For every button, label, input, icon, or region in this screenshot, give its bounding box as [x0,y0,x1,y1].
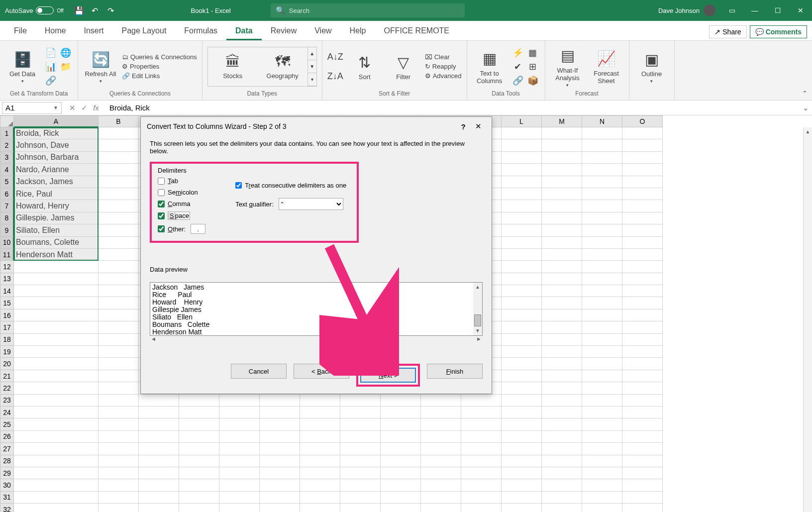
cell[interactable] [622,431,663,443]
cell[interactable] [340,443,381,455]
cell[interactable] [582,334,622,346]
cell[interactable] [179,431,219,443]
cell[interactable]: Rice, Paul [14,188,99,200]
cancel-button[interactable]: Cancel [231,364,287,379]
row-header[interactable]: 31 [0,492,14,504]
cell[interactable] [502,418,542,430]
cell[interactable] [582,309,622,321]
from-web-icon[interactable]: 🌐 [59,46,73,59]
cell[interactable] [582,188,622,200]
cell[interactable] [502,224,542,236]
cell[interactable] [14,261,99,273]
cell[interactable] [542,200,582,212]
cell[interactable] [99,164,139,176]
cell[interactable] [582,273,622,285]
tab-insert[interactable]: Insert [75,22,112,40]
row-header[interactable]: 2 [0,139,14,151]
row-header[interactable]: 15 [0,297,14,309]
cell[interactable] [542,492,582,504]
cell[interactable] [502,273,542,285]
fx-icon[interactable]: fx [91,103,102,112]
row-header[interactable]: 3 [0,152,14,164]
cell[interactable] [502,212,542,224]
cell[interactable] [139,431,179,443]
cell[interactable] [14,479,99,491]
cell[interactable] [542,297,582,309]
row-header[interactable]: 6 [0,188,14,200]
cell[interactable] [14,321,99,333]
cell[interactable] [99,407,139,418]
cell[interactable] [421,443,461,455]
row-header[interactable]: 10 [0,237,14,249]
cell[interactable] [542,358,582,370]
what-if-button[interactable]: ▤ What-If Analysis ▾ [550,46,585,88]
cell[interactable] [622,395,663,407]
cell[interactable] [582,407,622,418]
cell[interactable] [542,237,582,249]
cell[interactable] [502,358,542,370]
cell[interactable] [381,418,421,430]
column-header[interactable]: M [542,115,582,127]
cell[interactable]: Nardo, Arianne [14,164,99,176]
cell[interactable] [381,492,421,504]
clear-filter-button[interactable]: ⌧ Clear [425,53,462,61]
row-header[interactable]: 29 [0,467,14,479]
cell[interactable] [622,249,663,261]
cell[interactable] [622,504,663,512]
cell[interactable] [542,334,582,346]
existing-connections-icon[interactable]: 🔗 [44,74,58,87]
name-box[interactable]: A1 ▼ [2,102,62,114]
cell[interactable] [622,467,663,479]
cell[interactable] [14,395,99,407]
cell[interactable] [99,309,139,321]
dialog-titlebar[interactable]: Convert Text to Columns Wizard - Step 2 … [141,117,492,136]
cell[interactable] [300,492,340,504]
cell[interactable] [582,261,622,273]
sort-za-icon[interactable]: Z↓A [327,71,343,82]
properties-button[interactable]: ⚙ Properties [122,63,197,70]
cell[interactable] [99,382,139,394]
row-header[interactable]: 18 [0,334,14,346]
cell[interactable] [340,407,381,418]
cell[interactable] [219,467,260,479]
cell[interactable] [622,492,663,504]
cell[interactable] [582,418,622,430]
cell[interactable] [219,395,260,407]
cell[interactable] [260,479,300,491]
cell[interactable] [139,443,179,455]
cell[interactable] [99,200,139,212]
text-qualifier-select[interactable]: " [279,198,343,210]
cell[interactable] [622,200,663,212]
cell[interactable] [300,455,340,467]
cell[interactable] [14,418,99,430]
cell[interactable] [179,492,219,504]
cell[interactable] [421,467,461,479]
tab-review[interactable]: Review [262,22,305,40]
cell[interactable] [99,358,139,370]
cell[interactable]: Gillespie. James [14,212,99,224]
cell[interactable] [219,504,260,512]
cell[interactable] [461,418,502,430]
cell[interactable] [582,139,622,151]
cell[interactable] [502,467,542,479]
cell[interactable] [582,249,622,261]
cell[interactable] [502,382,542,394]
cell[interactable] [502,443,542,455]
cell[interactable] [260,418,300,430]
vertical-scrollbar[interactable]: ▲ [803,127,812,512]
cell[interactable] [542,418,582,430]
data-validation-icon[interactable]: ✔ [511,60,525,73]
cell[interactable] [300,418,340,430]
gallery-down-icon[interactable]: ▼ [308,60,316,73]
cell[interactable] [461,443,502,455]
cell[interactable] [260,492,300,504]
row-header[interactable]: 19 [0,346,14,358]
outline-button[interactable]: ▣ Outline ▾ [634,49,669,84]
next-button[interactable]: Next > [360,368,416,383]
scroll-up-icon[interactable]: ▲ [804,127,812,136]
row-header[interactable]: 22 [0,382,14,394]
cell[interactable] [179,407,219,418]
cell[interactable] [381,455,421,467]
cell[interactable] [340,492,381,504]
cell[interactable] [340,395,381,407]
